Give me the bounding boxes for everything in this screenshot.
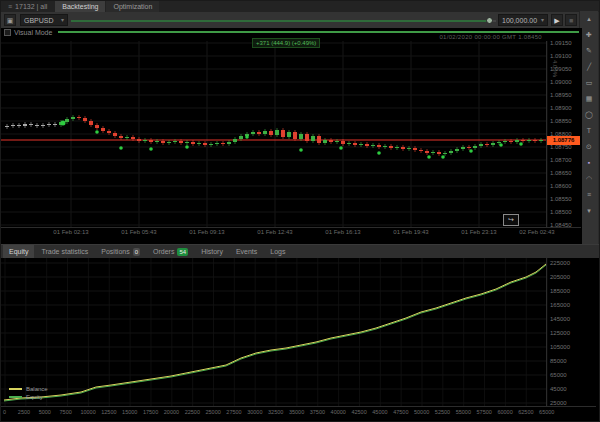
trade-axis-label: 2500 — [18, 409, 30, 415]
tab-orders[interactable]: Orders54 — [147, 245, 194, 258]
instance-tab[interactable]: ≡ 17132 | all — [1, 1, 54, 12]
price-axis-label: 1.08600 — [550, 183, 572, 189]
price-axis-label: 1.09050 — [550, 66, 572, 72]
tab-label: Positions — [101, 245, 129, 258]
price-axis-label: 1.09100 — [550, 53, 572, 59]
trade-axis-label: 25000 — [206, 409, 221, 415]
period-slider-fill — [71, 20, 489, 22]
trade-axis-label: 47500 — [393, 409, 408, 415]
trade-axis-label: 50000 — [414, 409, 429, 415]
equity-axis-label: 85000 — [550, 358, 567, 364]
legend-item: Balance — [9, 385, 48, 393]
equity-axis-label: 25000 — [550, 400, 567, 406]
legend-label: Equity — [26, 394, 43, 400]
trade-axis-label: 55000 — [456, 409, 471, 415]
price-axis-label: 1.09150 — [550, 40, 572, 46]
time-axis-label: 01 Feb 09:13 — [177, 229, 237, 235]
menu-icon: ≡ — [8, 1, 12, 12]
trade-axis-label: 22500 — [185, 409, 200, 415]
chevron-down-icon: ▾ — [61, 15, 64, 26]
trade-axis-label: 27500 — [226, 409, 241, 415]
trade-axis-label: 37500 — [310, 409, 325, 415]
panel-button[interactable]: ▣ — [4, 14, 16, 26]
price-axis-label: 1.08900 — [550, 105, 572, 111]
trade-axis-label: 65000 — [539, 409, 554, 415]
equity-legend: BalanceEquity — [9, 385, 48, 401]
tab-optimization[interactable]: Optimization — [106, 1, 159, 12]
equity-axis-label: 65000 — [550, 372, 567, 378]
scroll-up-icon[interactable]: ▴ — [580, 11, 598, 27]
legend-item: Equity — [9, 393, 48, 401]
play-button[interactable]: ▶ — [551, 14, 563, 26]
price-axis-label: 1.08850 — [550, 118, 572, 124]
trade-axis-label: 15000 — [122, 409, 137, 415]
trade-axis-label: 17500 — [143, 409, 158, 415]
tab-count-badge: 0 — [133, 248, 140, 256]
symbol-label: GBPUSD — [24, 15, 54, 26]
stop-button[interactable]: ■ — [565, 14, 577, 26]
profit-badge: +371 (444.9) (+0.49%) — [252, 38, 320, 48]
results-tabbar: EquityTrade statisticsPositions0Orders54… — [1, 245, 599, 258]
equity-axis-label: 225000 — [550, 260, 570, 266]
candlestick-chart[interactable] — [1, 28, 600, 244]
instance-tab-label: 17132 | all — [15, 1, 47, 12]
period-slider-handle[interactable] — [486, 17, 493, 24]
tab-positions[interactable]: Positions0 — [95, 245, 146, 258]
tab-backtesting[interactable]: Backtesting — [55, 1, 105, 12]
trade-axis-label: 20000 — [164, 409, 179, 415]
current-price-label: 1.08776 — [547, 136, 580, 145]
equity-axis-label: 205000 — [550, 274, 570, 280]
price-axis-label: 1.08700 — [550, 157, 572, 163]
price-chart-panel: Visual Mode 01/02/2020 00:00:00 GMT 1.08… — [1, 28, 582, 244]
trade-axis-label: 45000 — [372, 409, 387, 415]
tab-equity[interactable]: Equity — [3, 245, 34, 258]
tab-label: Orders — [153, 245, 174, 258]
tab-trade-statistics[interactable]: Trade statistics — [35, 245, 94, 258]
tab-history[interactable]: History — [195, 245, 229, 258]
tab-label: Equity — [9, 245, 28, 258]
equity-axis-label: 125000 — [550, 330, 570, 336]
equity-axis-label: 165000 — [550, 302, 570, 308]
price-axis-label: 1.08550 — [550, 196, 572, 202]
equity-chart[interactable] — [1, 258, 600, 422]
tab-events[interactable]: Events — [230, 245, 263, 258]
symbol-dropdown[interactable]: GBPUSD ▾ — [20, 14, 68, 26]
backtest-toolbar: ▣ GBPUSD ▾ 100,000.00 ▾ ▶ ■ — [1, 12, 582, 28]
jump-to-end-button[interactable]: ↪ — [503, 214, 519, 226]
trade-axis-label: 0 — [3, 409, 6, 415]
legend-label: Balance — [26, 386, 48, 392]
trade-axis-label: 35000 — [289, 409, 304, 415]
tab-label: Logs — [270, 245, 285, 258]
time-axis-label: 01 Feb 05:43 — [109, 229, 169, 235]
tab-label: Trade statistics — [41, 245, 88, 258]
tab-label: Events — [236, 245, 257, 258]
balance-value: 100,000.00 — [502, 15, 537, 26]
price-axis-label: 1.09000 — [550, 79, 572, 85]
trade-axis-label: 60000 — [497, 409, 512, 415]
trade-axis-label: 42500 — [351, 409, 366, 415]
balance-dropdown[interactable]: 100,000.00 ▾ — [498, 14, 548, 26]
trade-axis-label: 12500 — [101, 409, 116, 415]
tab-logs[interactable]: Logs — [264, 245, 291, 258]
time-axis-label: 01 Feb 12:43 — [245, 229, 305, 235]
trade-axis-label: 30000 — [247, 409, 262, 415]
window-tabbar: ≡ 17132 | all Backtesting Optimization — [1, 1, 599, 12]
equity-axis-label: 45000 — [550, 386, 567, 392]
trade-axis-label: 10000 — [80, 409, 95, 415]
equity-axis-label: 185000 — [550, 288, 570, 294]
trade-axis-label: 52500 — [435, 409, 450, 415]
time-axis-label: 01 Feb 19:43 — [381, 229, 441, 235]
trade-axis-label: 5000 — [39, 409, 51, 415]
price-axis-label: 1.08450 — [550, 222, 572, 228]
trade-axis-label: 57500 — [477, 409, 492, 415]
trade-axis-label: 7500 — [60, 409, 72, 415]
time-axis-label: 01 Feb 02:13 — [41, 229, 101, 235]
trade-axis-label: 40000 — [331, 409, 346, 415]
price-axis-label: 1.08950 — [550, 92, 572, 98]
legend-swatch — [9, 388, 22, 390]
trade-axis-label: 32500 — [268, 409, 283, 415]
time-axis-label: 02 Feb 02:43 — [507, 229, 567, 235]
legend-swatch — [9, 396, 22, 398]
time-axis-label: 01 Feb 16:13 — [313, 229, 373, 235]
equity-axis-label: 145000 — [550, 316, 570, 322]
